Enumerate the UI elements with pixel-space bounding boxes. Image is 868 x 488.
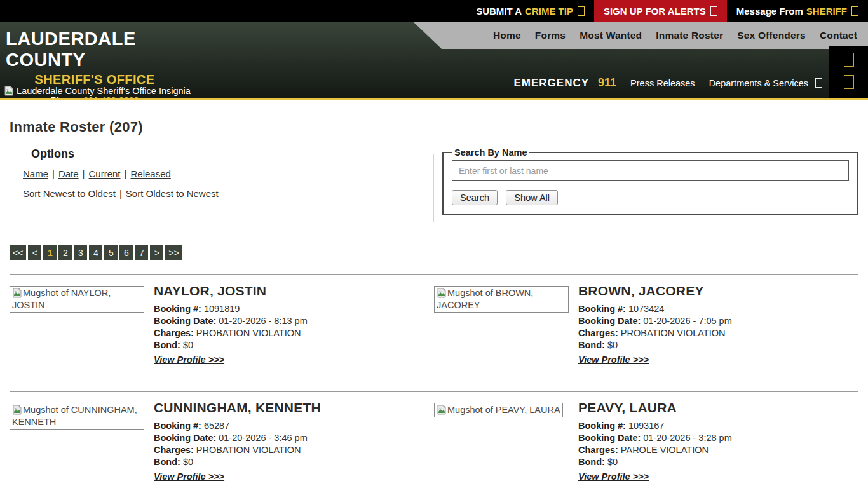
booking-date-label: Booking Date:	[154, 433, 216, 443]
view-profile-link[interactable]: View Profile >>>	[154, 355, 224, 365]
search-legend: Search By Name	[452, 147, 529, 158]
mugshot-column: Mugshot of CUNNINGHAM, KENNETH	[10, 400, 154, 430]
utility-topbar: SUBMIT A CRIME TIP SIGN UP FOR ALERTS Me…	[0, 0, 868, 22]
booking-number-label: Booking #:	[578, 304, 626, 314]
page-2-button[interactable]: 2	[58, 245, 72, 260]
charges-line: Charges:PROBATION VIOLATION	[578, 329, 858, 337]
view-profile-link[interactable]: View Profile >>>	[578, 355, 649, 365]
social-icon-1[interactable]	[844, 53, 854, 69]
filter-released-link[interactable]: Released	[130, 168, 170, 179]
nav-contact[interactable]: Contact	[813, 30, 864, 41]
page-next-button[interactable]: >	[150, 245, 163, 260]
booking-date-label: Booking Date:	[154, 316, 216, 326]
page-1-button[interactable]: 1	[43, 245, 57, 260]
alerts-label: SIGN UP FOR ALERTS	[604, 6, 706, 17]
bond-label: Bond:	[154, 457, 180, 467]
nav-inmate-roster[interactable]: Inmate Roster	[649, 30, 730, 41]
page-7-button[interactable]: 7	[135, 245, 148, 260]
dropdown-caret-icon	[815, 78, 822, 88]
mugshot-alt-text: Mugshot of CUNNINGHAM, KENNETH	[12, 405, 137, 427]
page-5-button[interactable]: 5	[104, 245, 118, 260]
bond-line: Bond:$0	[578, 341, 858, 349]
booking-date-value: 01-20-2026 - 3:28 pm	[643, 433, 731, 443]
booking-number-value: 1073424	[628, 304, 664, 314]
charges-line: Charges:PROBATION VIOLATION	[154, 445, 434, 454]
message-prefix: Message From	[736, 6, 803, 17]
controls-row: Options Name|Date|Current|Released Sort …	[10, 147, 858, 222]
inmate-details: BROWN, JACOREY Booking #:1073424 Booking…	[578, 283, 858, 365]
search-button[interactable]: Search	[452, 190, 498, 205]
phone-number[interactable]: 601-482-9806	[83, 95, 139, 100]
filter-date-link[interactable]: Date	[58, 168, 79, 179]
bond-value: $0	[607, 457, 618, 467]
mugshot-alt-text: Mugshot of NAYLOR, JOSTIN	[12, 288, 111, 310]
nav-most-wanted[interactable]: Most Wanted	[573, 30, 649, 41]
options-panel: Options Name|Date|Current|Released Sort …	[10, 147, 434, 222]
show-all-button[interactable]: Show All	[506, 190, 558, 205]
social-glyph-icon	[844, 53, 854, 67]
filter-current-link[interactable]: Current	[89, 168, 121, 179]
booking-date-line: Booking Date:01-20-2026 - 8:13 pm	[154, 316, 434, 325]
social-glyph-icon	[844, 75, 854, 89]
page-3-button[interactable]: 3	[74, 245, 87, 260]
search-input[interactable]	[452, 160, 849, 181]
inmate-card: Mugshot of CUNNINGHAM, KENNETH CUNNINGHA…	[10, 400, 434, 482]
mugshot-broken-image: Mugshot of BROWN, JACOREY	[434, 286, 569, 313]
booking-date-value: 01-20-2026 - 8:13 pm	[219, 316, 307, 326]
inmate-details: CUNNINGHAM, KENNETH Booking #:65287 Book…	[154, 400, 434, 482]
sort-newest-link[interactable]: Sort Newest to Oldest	[23, 188, 116, 199]
booking-date-label: Booking Date:	[578, 433, 641, 443]
view-profile-link[interactable]: View Profile >>>	[154, 471, 224, 482]
broken-image-icon	[12, 288, 22, 298]
social-icon-2[interactable]	[844, 75, 854, 92]
broken-image-icon	[437, 405, 447, 415]
booking-number-line: Booking #:65287	[154, 421, 434, 430]
charges-value: PROBATION VIOLATION	[196, 445, 301, 455]
sign-up-alerts-link[interactable]: SIGN UP FOR ALERTS	[594, 0, 727, 22]
view-profile-link[interactable]: View Profile >>>	[578, 471, 649, 482]
phone-label: Phone:	[51, 95, 81, 100]
departments-label: Departments & Services	[709, 78, 808, 88]
secondary-nav-row: EMERGENCY 911 Press Releases Departments…	[513, 76, 822, 90]
booking-number-line: Booking #:1093167	[578, 421, 858, 430]
charges-label: Charges:	[578, 445, 618, 455]
booking-date-value: 01-20-2026 - 7:05 pm	[643, 316, 731, 326]
bond-label: Bond:	[154, 340, 180, 350]
bond-line: Bond:$0	[154, 341, 434, 349]
page-first-button[interactable]: <<	[10, 245, 26, 260]
charges-value: PROBATION VIOLATION	[621, 328, 726, 338]
message-from-sheriff-link[interactable]: Message From SHERIFF	[727, 0, 868, 22]
sort-oldest-link[interactable]: Sort Oldest to Newest	[126, 188, 219, 199]
bond-label: Bond:	[578, 457, 605, 467]
page-prev-button[interactable]: <	[28, 245, 41, 260]
booking-number-line: Booking #:1073424	[578, 304, 858, 313]
page-last-button[interactable]: >>	[165, 245, 182, 260]
mugshot-broken-image: Mugshot of PEAVY, LAURA	[434, 403, 563, 417]
charges-value: PROBATION VIOLATION	[196, 328, 301, 338]
nav-home[interactable]: Home	[486, 30, 528, 41]
main-content: Inmate Roster (207) Options Name|Date|Cu…	[0, 119, 868, 488]
departments-services-link[interactable]: Departments & Services	[709, 78, 822, 88]
nav-sex-offenders[interactable]: Sex Offenders	[730, 30, 813, 41]
page-4-button[interactable]: 4	[89, 245, 102, 260]
inmate-row-2: Mugshot of CUNNINGHAM, KENNETH CUNNINGHA…	[10, 392, 858, 488]
inmate-details: NAYLOR, JOSTIN Booking #:1091819 Booking…	[154, 283, 434, 365]
nav-forms[interactable]: Forms	[528, 30, 573, 41]
sheriff-message-icon	[851, 6, 858, 16]
booking-date-line: Booking Date:01-20-2026 - 3:46 pm	[154, 433, 434, 442]
press-releases-link[interactable]: Press Releases	[630, 78, 695, 88]
separator: |	[125, 168, 127, 179]
filter-name-link[interactable]: Name	[23, 168, 48, 179]
mugshot-broken-image: Mugshot of NAYLOR, JOSTIN	[10, 286, 144, 313]
bond-value: $0	[607, 340, 618, 350]
brand-county: LAUDERDALE COUNTY	[6, 29, 184, 71]
crime-tip-icon	[578, 6, 585, 16]
options-legend: Options	[27, 147, 79, 161]
submit-crime-tip-link[interactable]: SUBMIT A CRIME TIP	[466, 0, 594, 22]
page-6-button[interactable]: 6	[119, 245, 133, 260]
alerts-icon	[710, 6, 717, 16]
booking-date-label: Booking Date:	[578, 316, 641, 326]
charges-label: Charges:	[154, 328, 194, 338]
bond-label: Bond:	[578, 340, 605, 350]
inmate-card: Mugshot of NAYLOR, JOSTIN NAYLOR, JOSTIN…	[10, 283, 434, 365]
